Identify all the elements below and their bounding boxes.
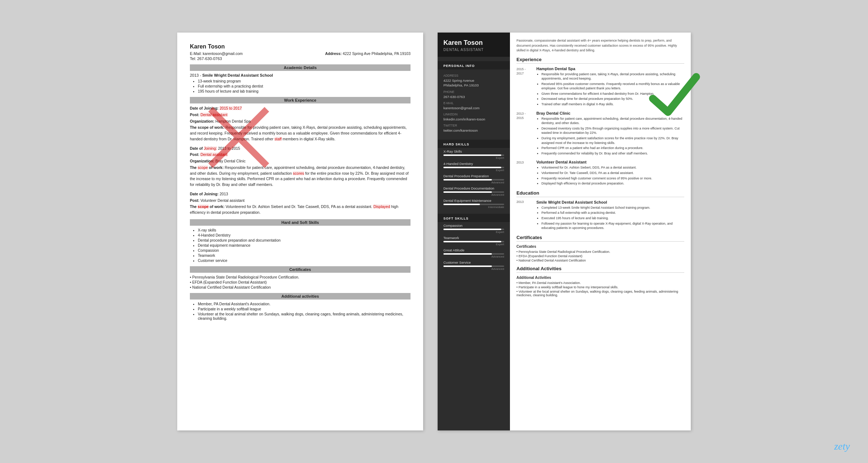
cert-section: Certificates • Pennsylvania State Dental… [516, 245, 684, 262]
additional-title: Additional Activities [516, 266, 684, 273]
skill-level: Advanced [443, 255, 504, 258]
list-item: Compassion [198, 248, 410, 252]
sidebar-address-block: Address 4222 Spring AvenuePhiladelphia, … [438, 69, 510, 135]
additional-container: • Member, PA Dental Assistant's Associat… [516, 281, 684, 297]
left-academic-year: 2013 - Smile Wright Dental Assistant Sch… [190, 73, 410, 77]
skill-bar-fill [443, 204, 480, 205]
cert-item: • EFDA (Expanded Function Dental Assista… [516, 254, 684, 258]
edu-bullets: Completed 13-week Smile Wright Dental As… [536, 205, 684, 230]
left-academic-title: Academic Details [190, 64, 410, 71]
twitter-value: twitter.com/karentoson [443, 128, 504, 133]
skill-bar-bg [443, 179, 504, 180]
skill-bar-fill [443, 266, 492, 267]
skill-bar-bg [443, 167, 504, 168]
skill-row: Great Attitude Advanced [438, 247, 510, 259]
skill-bar-bg [443, 253, 504, 255]
edu-year: 2013 [516, 200, 533, 231]
skill-row: Dental Procedure Documentation Advanced [438, 185, 510, 197]
exp-years: 2015 -2017 [516, 67, 533, 107]
linkedin-label: LinkedIn [443, 112, 504, 116]
skill-bar-bg [443, 204, 504, 205]
sidebar-name-block: Karen Toson Dental Assistant [438, 33, 510, 57]
list-item: Performed CPR on a patient who had an in… [541, 146, 684, 150]
skill-row: Dental Procedure Preparation Advanced [438, 173, 510, 185]
left-additional-title: Additional activities [190, 293, 410, 300]
list-item: Dental equipment maintenance [198, 243, 410, 247]
left-name: Karen Toson [190, 43, 410, 50]
left-skills-title: Hard and Soft Skills [190, 219, 410, 226]
skill-level: Expert [443, 169, 504, 172]
additional-item: • Volunteer at the local animal shelter … [516, 290, 684, 297]
education-title: Education [516, 190, 684, 197]
skill-bar-bg [443, 191, 504, 193]
hard-skills-container: X-Ray Skills Expert 4-Handed Dentistry E… [438, 148, 510, 209]
cert-container: • Pennsylvania State Dental Radiological… [516, 250, 684, 262]
skill-level: Expert [443, 230, 504, 234]
skill-name: Dental Equipment Maintenance [443, 199, 504, 203]
email-value: karentoson@gmail.com [443, 106, 504, 110]
left-additional-list: Member, PA Dental Assistant's Associatio… [190, 302, 410, 320]
skill-name: X-Ray Skills [443, 149, 504, 153]
left-cert-title: Certificates [190, 266, 410, 273]
right-title: Dental Assistant [443, 48, 504, 52]
school-name: Smile Wright Dental Assistant School [536, 200, 684, 204]
additional-item: • Participate in a weekly softball leagu… [516, 285, 684, 289]
list-item: Frequently received high customer commen… [541, 176, 684, 181]
edu-entry: 2013 Smile Wright Dental Assistant Schoo… [516, 200, 684, 231]
skill-bar-fill [443, 241, 501, 242]
list-item: Participate in a weekly softball league [198, 307, 410, 311]
exp-bullets: Volunteered for Dr. Ashton Siebert, DDS,… [536, 165, 684, 186]
left-contact-row: E-Mail: karentoson@gmail.com Address: 42… [190, 51, 410, 56]
skill-name: Compassion [443, 224, 504, 228]
zety-watermark: zety [834, 441, 850, 452]
left-email: E-Mail: karentoson@gmail.com [190, 51, 243, 56]
cert-item: • Pennsylvania State Dental Radiological… [516, 250, 684, 254]
left-academic-list: 13-week training program Full externship… [190, 79, 410, 93]
cert-2: • EFDA (Expanded Function Dental Assista… [190, 280, 410, 284]
job-title: Volunteer Dental Assistant [536, 160, 684, 164]
cert-title: Certificates [516, 235, 684, 242]
skill-bar-bg [443, 154, 504, 156]
skill-name: Great Attitude [443, 248, 504, 252]
skill-name: Dental Procedure Preparation [443, 174, 504, 178]
exp-years: 2013 -2015 [516, 111, 533, 157]
skill-name: 4-Handed Dentistry [443, 162, 504, 166]
skill-level: Expert [443, 243, 504, 246]
left-resume: Karen Toson E-Mail: karentoson@gmail.com… [177, 33, 423, 430]
list-item: 195 hours of lecture and lab training [198, 89, 410, 93]
red-x-mark [199, 98, 278, 177]
cert-item: • National Certified Dental Assistant Ce… [516, 259, 684, 262]
additional-item: • Member, PA Dental Assistant's Associat… [516, 281, 684, 285]
skill-row: Dental Equipment Maintenance Intermediat… [438, 197, 510, 209]
linkedin-value: linkedin.com/in/karen-toson [443, 117, 504, 122]
cert-1: • Pennsylvania State Dental Radiological… [190, 275, 410, 279]
skill-level: Advanced [443, 193, 504, 196]
sidebar-hard-skills-title: Hard Skills [438, 140, 510, 148]
list-item: Customer service [198, 258, 410, 263]
list-item: Full externship with a practicing dentis… [198, 84, 410, 88]
exp-body: Volunteer Dental Assistant Volunteered f… [536, 160, 684, 186]
address-label: Address [443, 74, 504, 77]
list-item: Teamwork [198, 253, 410, 258]
skill-row: Teamwork Expert [438, 234, 510, 247]
list-item: Executed 195 hours of lecture and lab tr… [541, 216, 684, 221]
skill-name: Customer Service [443, 260, 504, 264]
skill-name: Teamwork [443, 236, 504, 240]
skill-bar-fill [443, 191, 492, 193]
phone-label: Phone [443, 90, 504, 94]
additional-subtitle: Additional Activities [516, 276, 684, 280]
list-item: Decreased inventory costs by 25% through… [541, 126, 684, 135]
right-resume: Karen Toson Dental Assistant Personal In… [438, 33, 691, 430]
skill-bar-fill [443, 179, 492, 180]
skill-row: Customer Service Advanced [438, 259, 510, 271]
twitter-label: Twitter [443, 124, 504, 127]
list-item: Member, PA Dental Assistant's Associatio… [198, 302, 410, 306]
list-item: 13-week training program [198, 79, 410, 83]
cert-subtitle: Certificates [516, 245, 684, 249]
soft-skills-container: Compassion Expert Teamwork Expert Great … [438, 222, 510, 271]
education-container: 2013 Smile Wright Dental Assistant Schoo… [516, 200, 684, 231]
edu-body: Smile Wright Dental Assistant School Com… [536, 200, 684, 231]
left-skills-list: X-ray skills 4-Handed Dentistry Dental p… [190, 228, 410, 263]
sidebar-personal-title: Personal Info [438, 61, 510, 69]
work-entry-3: Date of Joining: 2013 Post: Volunteer De… [190, 191, 410, 216]
